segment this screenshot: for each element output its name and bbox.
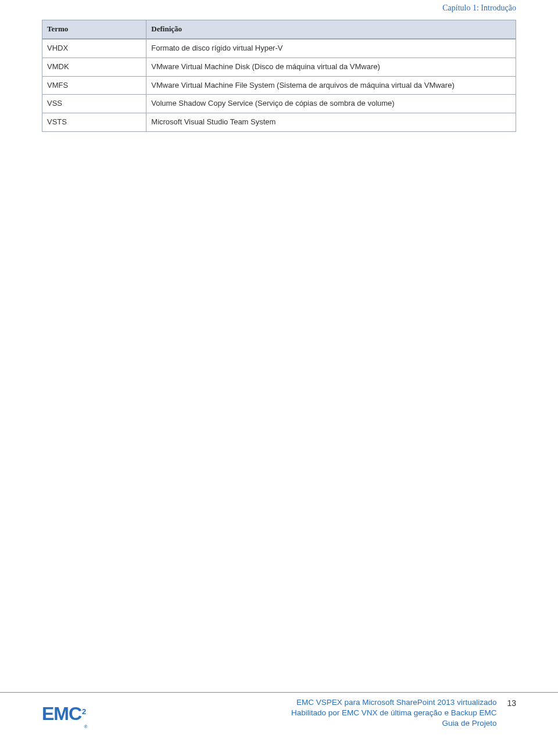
definition-cell: VMware Virtual Machine Disk (Disco de má… bbox=[146, 58, 516, 76]
term-cell: VSTS bbox=[42, 113, 146, 132]
terms-table: Termo Definição VHDX Formato de disco rí… bbox=[42, 20, 516, 132]
header-definition: Definição bbox=[146, 20, 516, 39]
table-row: VMFS VMware Virtual Machine File System … bbox=[42, 76, 516, 95]
logo-superscript: 2 bbox=[82, 707, 85, 716]
logo-text: EMC bbox=[42, 703, 81, 725]
footer-line-1: EMC VSPEX para Microsoft SharePoint 2013… bbox=[85, 697, 496, 708]
term-cell: VMFS bbox=[42, 76, 146, 95]
term-cell: VSS bbox=[42, 95, 146, 113]
definition-cell: VMware Virtual Machine File System (Sist… bbox=[146, 76, 516, 95]
emc-logo: EMC2 ® bbox=[42, 703, 85, 725]
logo-registered-icon: ® bbox=[84, 724, 87, 729]
table-header-row: Termo Definição bbox=[42, 20, 516, 39]
definition-cell: Formato de disco rígido virtual Hyper-V bbox=[146, 39, 516, 58]
footer-text-block: EMC VSPEX para Microsoft SharePoint 2013… bbox=[85, 697, 496, 729]
definition-cell: Volume Shadow Copy Service (Serviço de c… bbox=[146, 95, 516, 113]
footer-divider bbox=[0, 692, 558, 693]
header-term: Termo bbox=[42, 20, 146, 39]
table-row: VSS Volume Shadow Copy Service (Serviço … bbox=[42, 95, 516, 113]
term-cell: VHDX bbox=[42, 39, 146, 58]
definition-cell: Microsoft Visual Studio Team System bbox=[146, 113, 516, 132]
page-number: 13 bbox=[507, 698, 516, 708]
footer-line-2: Habilitado por EMC VNX de última geração… bbox=[85, 708, 496, 718]
chapter-header: Capítulo 1: Introdução bbox=[42, 3, 516, 13]
footer-line-3: Guia de Projeto bbox=[85, 718, 496, 729]
table-row: VHDX Formato de disco rígido virtual Hyp… bbox=[42, 39, 516, 58]
page-footer: EMC2 ® EMC VSPEX para Microsoft SharePoi… bbox=[0, 692, 558, 756]
table-row: VMDK VMware Virtual Machine Disk (Disco … bbox=[42, 58, 516, 76]
table-row: VSTS Microsoft Visual Studio Team System bbox=[42, 113, 516, 132]
term-cell: VMDK bbox=[42, 58, 146, 76]
